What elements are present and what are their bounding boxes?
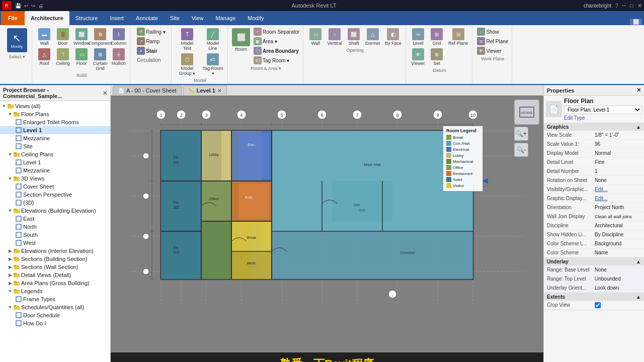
prop-visibility-graphic[interactable]: Visibility/Graphic... Edit... [544,185,644,194]
viewer-button[interactable]: 👁Viewer [409,47,427,67]
crop-view-checkbox[interactable] [595,302,601,308]
grid-button[interactable]: ⊞Grid [428,27,446,47]
tab-level-1[interactable]: 📐 Level 1 ✕ [183,85,227,95]
toggle-floor-plans[interactable]: ▼ [7,112,13,117]
tree-how-do-i[interactable]: How Do I [0,319,110,327]
pb-content[interactable]: ▼ Views (all) ▼ Floor Plans Enlarged Toi… [0,101,110,362]
toggle-3d-views[interactable]: ▼ [7,176,13,181]
column-button[interactable]: IColumn [110,27,128,47]
wall-open-button[interactable]: ▭Wall [306,27,325,47]
by-face-button[interactable]: ◧By Face [383,27,404,47]
zoom-in-btn[interactable]: 🔍+ [514,127,528,141]
tree-north[interactable]: North [0,223,110,231]
tree-legends[interactable]: ▼ Legends [0,287,110,295]
tree-level-1[interactable]: Level 1 [0,126,110,134]
model-text-button[interactable]: TModel Text [175,27,200,52]
toggle-sections-wall[interactable]: ▶ [7,264,13,269]
quick-access[interactable]: R 💾 ↩ ↪ 🖨 [2,1,44,10]
shaft-button[interactable]: ⬜Shaft [345,27,363,47]
close-btn[interactable]: ✕ [637,3,642,9]
prop-section-extents-header[interactable]: Extents ▲ [544,293,644,301]
tree-3d-default[interactable]: {3D} [0,199,110,207]
tab-annotate[interactable]: Annotate [130,11,164,25]
toggle-elevations-interior[interactable]: ▶ [7,248,13,253]
tree-detail-views[interactable]: ▶ Detail Views (Detail) [0,271,110,279]
tab-cover-sheet[interactable]: 📄 A - 00 - Cover Sheet [113,85,182,95]
prop-section-underlay-header[interactable]: Underlay ▲ [544,258,644,265]
area-button[interactable]: ▦Area ▾ [252,37,301,46]
tree-views-all[interactable]: ▼ Views (all) [0,102,110,110]
toggle-elevations-building[interactable]: ▼ [7,208,13,213]
tree-sections-building[interactable]: ▶ Sections (Building Section) [0,255,110,263]
toggle-detail-views[interactable]: ▶ [7,273,13,278]
show-wp-button[interactable]: ○Show [475,27,500,36]
circulation-button[interactable]: Circulation [135,57,162,63]
toggle-sections-building[interactable]: ▶ [7,256,13,261]
props-collapse-icon[interactable]: ✕ [636,87,641,94]
view-selector-dropdown[interactable]: Floor Plan: Level 1 [564,106,642,114]
maximize-btn[interactable]: □ [630,3,633,9]
level-button[interactable]: ═Level [409,27,427,47]
floor-button[interactable]: ▭Floor [72,47,91,67]
tree-floor-plans[interactable]: ▼ Floor Plans [0,110,110,118]
tree-elevations-building[interactable]: ▼ Elevations (Building Elevation) [0,207,110,215]
context-input[interactable]: ⬜ [630,19,642,25]
view-canvas[interactable]: 众素材 众素材 RRCG 众素材 [111,96,543,362]
mullion-button[interactable]: ┼Mullion [110,47,128,67]
tree-door-schedule[interactable]: Door Schedule [0,311,110,319]
zoom-out-btn[interactable]: 🔍- [514,143,528,157]
ramp-button[interactable]: ↗Ramp [135,37,161,46]
railing-button[interactable]: ⊓Railing ▾ [135,27,167,36]
tab-architecture[interactable]: Architecture [25,11,69,25]
door-button[interactable]: 🚪Door [54,27,72,47]
tree-east[interactable]: East [0,215,110,223]
tree-sections-wall[interactable]: ▶ Sections (Wall Section) [0,263,110,271]
component-button[interactable]: ⚙Component [91,27,109,47]
model-line-button[interactable]: ╱Model Line [200,27,225,52]
model-group-button[interactable]: ⬡Model Group ▾ [175,52,200,77]
tree-schedules[interactable]: ▼ Schedules/Quantities (all) [0,303,110,311]
wall-button[interactable]: ▬Wall [35,27,53,47]
redo-btn[interactable]: ↪ [30,3,36,9]
modify-button[interactable]: ↖ Modify [5,27,29,53]
edit-type-link[interactable]: Edit Type [564,115,642,121]
stair-button[interactable]: ≡Stair [135,46,158,55]
room-button[interactable]: ⬜Room [231,27,251,53]
zoom-fit-btn[interactable]: HOME [514,100,539,125]
toggle-area-plans[interactable]: ▶ [7,281,13,286]
tree-site[interactable]: Site [0,142,110,150]
toggle-schedules[interactable]: ▼ [7,305,13,310]
tree-west[interactable]: West [0,239,110,247]
prop-graphic-display[interactable]: Graphic Display... Edit... [544,194,644,203]
tag-room2-button[interactable]: 🏷Tag Room ▾ [252,56,301,65]
ref-plane2-button[interactable]: ⊟Ref Plane [475,37,510,46]
pb-close-icon[interactable]: ✕ [103,90,107,97]
toggle-views-all[interactable]: ▼ [1,104,7,109]
tab-close-icon[interactable]: ✕ [217,88,221,94]
minimize-btn[interactable]: ─ [622,3,626,9]
print-btn[interactable]: 🖨 [37,3,44,9]
tab-modify[interactable]: Modify [242,11,270,25]
tree-3d-views[interactable]: ▼ 3D Views [0,174,110,183]
tree-ceiling-l1[interactable]: Level 1 [0,158,110,166]
set-button[interactable]: ⊕Set [428,47,446,67]
tree-frame-types[interactable]: Frame Types [0,295,110,303]
area-boundary-button[interactable]: ⬡Area Boundary [252,46,301,55]
curtain-grid-button[interactable]: ⊞Curtain Grid [91,47,109,72]
window-button[interactable]: ⬜Window [72,27,91,47]
tab-insert[interactable]: Insert [104,11,130,25]
tree-area-plans[interactable]: ▶ Area Plans (Gross Building) [0,279,110,287]
tree-enlarged-toilet[interactable]: Enlarged Toilet Rooms [0,118,110,126]
tree-section-perspective[interactable]: Section Perspective [0,191,110,199]
tree-ceiling-plans[interactable]: ▼ Ceiling Plans [0,150,110,158]
tree-elevations-interior[interactable]: ▶ Elevations (Interior Elevation) [0,247,110,255]
tag-room-button[interactable]: 🏷Tag Room ▾ [200,52,225,77]
ceiling-button[interactable]: ⊤Ceiling [54,47,72,67]
tree-ceiling-mezz[interactable]: Mezzanine [0,166,110,174]
help-btn[interactable]: ? [615,3,618,9]
viewer2-button[interactable]: 👁Viewer [475,46,503,55]
toggle-legends[interactable]: ▼ [7,289,13,294]
ref-plane-button[interactable]: ⊟Ref Plane [446,27,470,47]
tree-south[interactable]: South [0,231,110,239]
tab-view[interactable]: View [186,11,210,25]
